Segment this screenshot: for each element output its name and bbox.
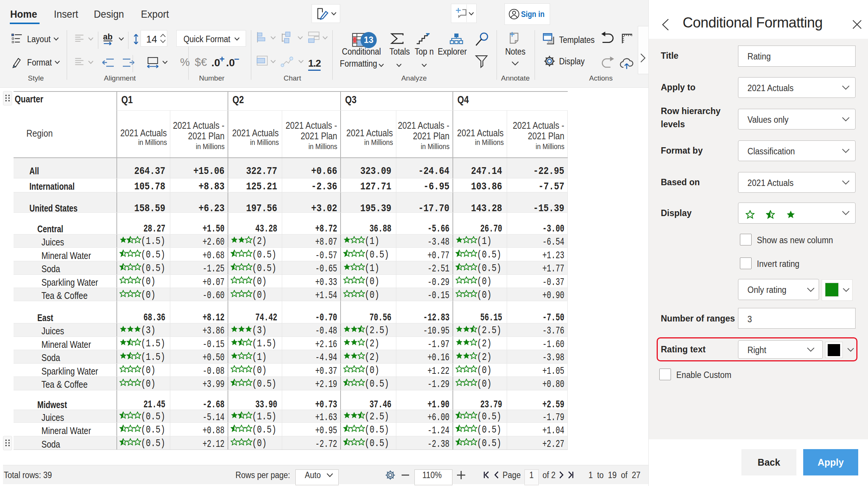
svg-text:ab: ab — [103, 33, 113, 41]
